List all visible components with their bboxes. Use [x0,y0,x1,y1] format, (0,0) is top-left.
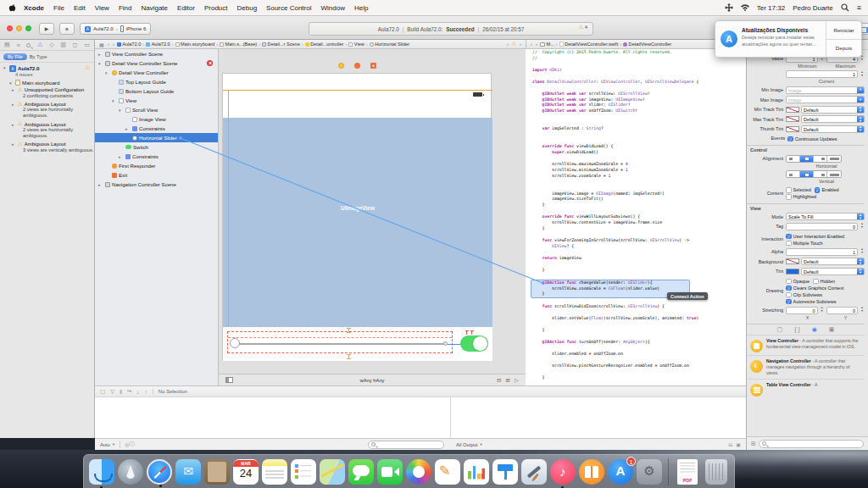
disclosure-icon[interactable]: ▸ [12,122,16,127]
update-frames-error-badge[interactable] [207,60,213,66]
next-issue-button[interactable]: › [520,42,521,47]
checkbox-hidden[interactable]: Hidden [813,279,835,285]
dock-facetime[interactable] [377,459,403,485]
library-item-view-controller[interactable]: View Controller - A controller that supp… [747,335,865,355]
outline-row-top-layout-guide[interactable]: Top Layout Guide [95,77,218,86]
stepper-icon[interactable]: ▲▼ [820,307,825,314]
disclosure-icon[interactable]: ▾ [9,80,14,86]
stepper-icon[interactable]: ▲▼ [860,248,865,256]
max-track-tint-dropdown[interactable]: Default▲▼ [801,115,865,123]
stepper-icon[interactable]: ▲▼ [860,70,865,78]
stop-button[interactable]: ■ [59,23,75,35]
menu-editor[interactable]: Editor [177,4,195,12]
max-track-tint-color-swatch[interactable] [786,116,799,122]
issue-ambiguous-layout[interactable]: ▸⚠Ambiguous Layout2 views are horizontal… [12,121,92,139]
outline-row-bottom-layout-guide[interactable]: Bottom Layout Guide [95,86,218,96]
disclosure-icon[interactable]: ▾ [112,98,116,103]
tag-field[interactable]: 0 [786,223,858,230]
dock-numbers[interactable] [464,459,489,485]
image-view[interactable]: UIImageView [223,118,492,327]
minimize-window-button[interactable] [16,25,22,31]
related-items-icon[interactable]: ▦ [99,42,104,47]
menu-product[interactable]: Product [204,4,228,12]
disclosure-icon[interactable]: ▸ [125,126,130,131]
debug-navigator-tab-icon[interactable]: ▥ [60,42,66,48]
step-into-button[interactable]: ↓ [136,389,139,395]
outline-row-view-controller-scene[interactable]: ▸View Controller Scene [95,49,218,58]
step-over-button[interactable]: ↪ [127,388,131,395]
back-button[interactable]: ‹ [531,42,532,47]
slider-thumb[interactable] [230,338,240,348]
variables-filter-field[interactable] [368,441,444,449]
issues-badge[interactable]: ⚠ 4 [579,25,587,30]
disclosure-icon[interactable]: ▸ [98,182,103,187]
by-file-toggle[interactable]: By File [3,53,27,60]
menu-debug[interactable]: Debug [237,4,258,12]
console-output-dropdown[interactable]: All Output ▼ [456,442,482,447]
menu-source-control[interactable]: Source Control [266,4,311,12]
disclosure-icon[interactable]: ▸ [12,141,16,147]
dock-trash[interactable] [705,459,727,485]
outline-row-constraints[interactable]: ▸Constraints [95,152,218,161]
media-library-icon[interactable]: ▣ [829,326,835,333]
dock-pages[interactable] [435,459,460,485]
outline-row-detail-view-controller[interactable]: ▾Detail View Controller [95,68,218,77]
stretch-x-field[interactable]: 0 [786,307,818,314]
jump-segment-m[interactable]: M... [540,42,554,47]
dock-maps[interactable] [320,459,345,485]
forward-button[interactable]: › [536,42,537,47]
dock-ibooks[interactable] [579,459,604,485]
jump-segment-aula72-0[interactable]: Aula72.0 [146,42,170,47]
dock-pdf[interactable]: PDF [677,459,698,485]
checkbox-clears-graphics-context[interactable]: ✓Clears Graphics Context [786,286,861,291]
symbol-navigator-tab-icon[interactable]: ≡ [16,42,19,48]
outline-row-exit[interactable]: Exit [95,170,218,180]
checkbox-clip-subviews[interactable]: Clip Subviews [786,292,861,298]
restart-button[interactable]: Reiniciar [826,21,861,40]
file-template-library-icon[interactable]: ▢ [777,326,783,333]
menu-help[interactable]: Help [354,4,368,12]
search-navigator-tab-icon[interactable] [26,43,31,47]
disclosure-icon[interactable]: ▾ [105,70,109,75]
dock-finder[interactable] [89,459,114,485]
clear-console-button[interactable]: ⊟ [728,441,732,447]
disclosure-icon[interactable]: ▸ [119,154,123,159]
min-track-tint-dropdown[interactable]: Default▲▼ [801,106,865,114]
jump-segment-horizontal-slider[interactable]: Horizontal Slider [370,42,410,47]
jump-segment-main-s-base[interactable]: Main.s...(Base) [220,42,257,47]
dock-itunes[interactable] [550,459,576,485]
report-navigator-tab-icon[interactable]: ▭ [84,42,90,48]
mode-dropdown[interactable]: Scale To Fill▲▼ [786,213,865,220]
checkbox-enabled[interactable]: ✓Enabled [815,187,839,193]
slider-control[interactable] [233,343,445,345]
align-middle[interactable] [800,171,814,177]
notification-center-icon[interactable]: ≡ [857,3,861,12]
view-controller-view[interactable]: UIImageView [222,73,492,360]
align-right[interactable] [814,156,827,162]
code-snippet-library-icon[interactable]: { } [794,326,800,332]
info-icon[interactable]: ⓘ [130,441,136,448]
checkbox-autoresize-subviews[interactable]: ✓Autoresize Subviews [786,299,861,305]
continuous-updates-checkbox[interactable]: ✓ Continuous Updates [787,136,837,142]
disclosure-icon[interactable]: ▾ [119,108,123,113]
outline-row-switch[interactable]: Switch [95,142,218,152]
min-image-combo[interactable]: Image▼ [786,86,865,94]
hide-debug-area-button[interactable]: ▢ [100,388,105,395]
dock-mail[interactable] [175,459,201,485]
disclosure-icon[interactable]: ▸ [12,102,16,107]
thumb-tint-color-swatch[interactable] [786,126,799,132]
library-item-navigation-controller[interactable]: Navigation Controller - A controller tha… [747,355,865,379]
first-responder-icon[interactable] [354,63,360,69]
outline-row-view[interactable]: ▾View [95,96,218,105]
scheme-selector[interactable]: A Aula72.0 › iPhone 6 [80,23,151,35]
later-button[interactable]: Depois [826,40,861,58]
issue-navigator-tab-icon[interactable]: ⚠ [37,42,42,48]
menu-xcode[interactable]: Xcode [24,4,44,12]
disclosure-icon[interactable]: ▸ [98,52,103,57]
jump-segment-detail-ontroller[interactable]: Detail...ontroller [305,42,344,47]
interface-builder-canvas[interactable]: ◂ UIImageView [219,49,526,374]
alpha-field[interactable]: 1 [786,248,858,256]
by-type-toggle[interactable]: By Type [30,54,47,59]
disclosure-icon[interactable]: ▾ [3,65,8,70]
breakpoints-toggle-button[interactable]: ▽ [110,388,114,395]
